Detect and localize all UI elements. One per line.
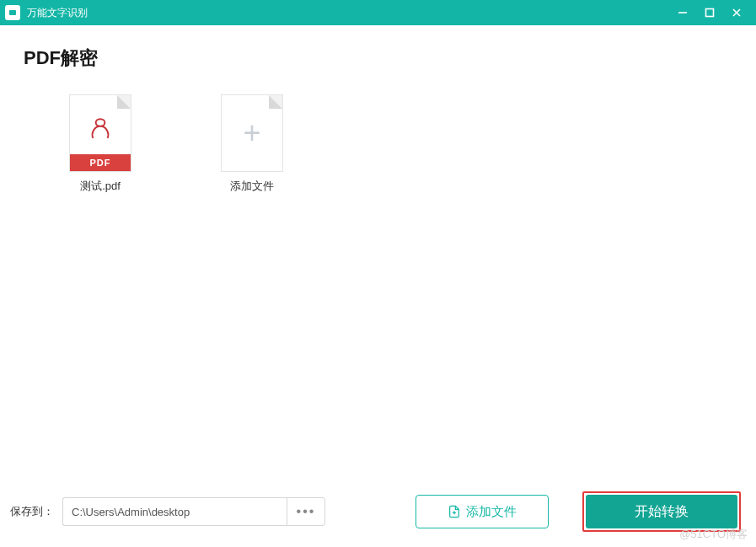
save-to-label: 保存到： <box>10 504 54 519</box>
add-file-button-label: 添加文件 <box>466 504 517 520</box>
pdf-badge: PDF <box>70 154 131 171</box>
save-path-group: ••• <box>62 497 325 526</box>
svg-rect-0 <box>9 10 16 15</box>
titlebar: 万能文字识别 <box>0 0 756 25</box>
maximize-button[interactable] <box>702 5 717 20</box>
start-button-label: 开始转换 <box>635 503 689 521</box>
file-grid: PDF 测试.pdf + 添加文件 <box>24 94 732 486</box>
save-path-input[interactable] <box>62 497 287 526</box>
bottom-bar: 保存到： ••• 添加文件 开始转换 <box>0 486 756 547</box>
app-window: 万能文字识别 PDF解密 <box>0 0 756 547</box>
plus-icon: + <box>243 118 260 148</box>
add-file-button[interactable]: 添加文件 <box>416 495 549 528</box>
content-area: PDF解密 PDF 测试.pdf + <box>0 25 756 486</box>
browse-button[interactable]: ••• <box>287 497 325 526</box>
page-fold-icon <box>269 95 282 109</box>
add-file-icon <box>448 505 461 518</box>
start-convert-button[interactable]: 开始转换 <box>586 495 737 528</box>
svg-rect-2 <box>706 9 714 17</box>
window-controls <box>675 5 751 20</box>
file-item[interactable]: PDF 测试.pdf <box>54 94 147 194</box>
page-title: PDF解密 <box>24 46 732 71</box>
add-file-label: 添加文件 <box>230 179 274 194</box>
add-file-tile[interactable]: + 添加文件 <box>206 94 298 194</box>
close-button[interactable] <box>729 5 744 20</box>
file-name-label: 测试.pdf <box>80 179 121 194</box>
add-file-thumbnail: + <box>221 94 283 172</box>
pdf-logo-icon <box>86 115 115 144</box>
app-icon <box>5 5 20 20</box>
file-thumbnail: PDF <box>69 94 131 172</box>
start-button-highlight: 开始转换 <box>582 491 741 532</box>
page-fold-icon <box>117 95 131 109</box>
minimize-button[interactable] <box>675 5 690 20</box>
app-title: 万能文字识别 <box>27 6 88 20</box>
